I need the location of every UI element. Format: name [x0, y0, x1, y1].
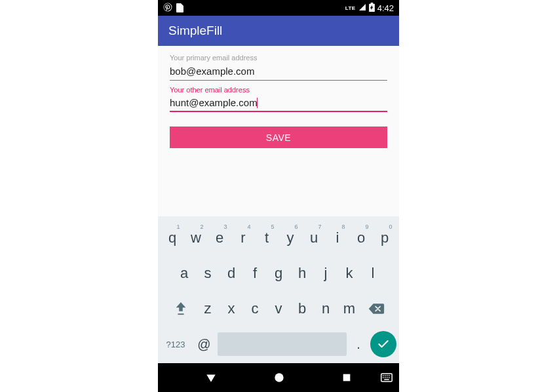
svg-point-2 [275, 373, 283, 382]
back-button[interactable] [205, 372, 217, 383]
key-o[interactable]: 9o [351, 222, 372, 254]
key-n[interactable]: n [315, 293, 337, 324]
key-f[interactable]: f [244, 258, 266, 289]
keyboard-row-4: ?123 @ . [158, 326, 399, 362]
other-email-label: Your other email address [170, 86, 387, 94]
key-c[interactable]: c [244, 293, 266, 324]
key-g[interactable]: g [268, 258, 290, 289]
key-x[interactable]: x [221, 293, 242, 324]
key-t[interactable]: 5t [256, 222, 278, 254]
svg-rect-13 [384, 379, 389, 380]
key-w[interactable]: 2w [185, 222, 207, 254]
app-title: SimpleFill [168, 24, 222, 38]
keyboard-row-1: 1q2w3e4r5t6y7u8i9o0p [158, 220, 399, 256]
primary-email-value: bob@example.com [170, 66, 254, 77]
backspace-key[interactable] [361, 302, 391, 315]
key-h[interactable]: h [292, 258, 313, 289]
svg-rect-11 [387, 377, 388, 378]
symbols-key[interactable]: ?123 [161, 340, 191, 349]
status-time: 4:42 [377, 3, 394, 13]
primary-email-label: Your primary email address [170, 54, 387, 62]
key-y[interactable]: 6y [280, 222, 301, 254]
key-p[interactable]: 0p [374, 222, 396, 254]
svg-rect-10 [385, 377, 386, 378]
enter-key[interactable] [370, 331, 396, 357]
period-key[interactable]: . [349, 337, 368, 352]
svg-rect-3 [343, 374, 350, 382]
svg-rect-5 [383, 375, 384, 376]
status-bar: LTE 4:42 [158, 0, 399, 16]
key-v[interactable]: v [268, 293, 290, 324]
primary-email-field: Your primary email address bob@example.c… [170, 54, 387, 81]
at-key[interactable]: @ [193, 337, 215, 352]
sd-card-icon [176, 3, 183, 12]
key-r[interactable]: 4r [233, 222, 254, 254]
recents-button[interactable] [341, 372, 352, 383]
svg-rect-8 [389, 375, 390, 376]
network-lte-label: LTE [345, 5, 356, 11]
android-device-frame: LTE 4:42 SimpleFill Your primary email a… [158, 0, 399, 392]
key-d[interactable]: d [221, 258, 242, 289]
svg-rect-1 [178, 313, 183, 315]
pinterest-icon [163, 3, 172, 14]
soft-keyboard: 1q2w3e4r5t6y7u8i9o0p asdfghjkl zxcvbnm ?… [158, 216, 399, 363]
primary-email-input[interactable]: bob@example.com [170, 63, 387, 81]
other-email-value: hunt@example.com [170, 97, 258, 108]
ime-switcher-button[interactable] [381, 373, 393, 382]
text-cursor [257, 98, 258, 108]
navigation-bar [158, 363, 399, 392]
svg-rect-9 [383, 377, 384, 378]
battery-icon [369, 3, 375, 14]
form-content: Your primary email address bob@example.c… [158, 46, 399, 216]
other-email-field: Your other email address hunt@example.co… [170, 86, 387, 112]
shift-key[interactable] [166, 300, 196, 317]
key-l[interactable]: l [362, 258, 384, 289]
keyboard-row-3: zxcvbnm [158, 291, 399, 326]
key-s[interactable]: s [197, 258, 219, 289]
save-button[interactable]: SAVE [170, 127, 387, 148]
key-u[interactable]: 7u [303, 222, 325, 254]
key-z[interactable]: z [197, 293, 219, 324]
key-q[interactable]: 1q [162, 222, 183, 254]
home-button[interactable] [273, 371, 286, 384]
key-j[interactable]: j [315, 258, 337, 289]
app-bar: SimpleFill [158, 16, 399, 46]
svg-rect-6 [385, 375, 386, 376]
key-m[interactable]: m [339, 293, 360, 324]
keyboard-row-2: asdfghjkl [158, 256, 399, 291]
svg-rect-12 [389, 377, 390, 378]
key-i[interactable]: 8i [327, 222, 349, 254]
svg-rect-7 [387, 375, 388, 376]
key-k[interactable]: k [339, 258, 360, 289]
key-e[interactable]: 3e [209, 222, 231, 254]
other-email-input[interactable]: hunt@example.com [170, 95, 387, 112]
key-b[interactable]: b [292, 293, 313, 324]
key-a[interactable]: a [174, 258, 195, 289]
space-key[interactable] [218, 332, 347, 356]
signal-icon [358, 3, 366, 13]
